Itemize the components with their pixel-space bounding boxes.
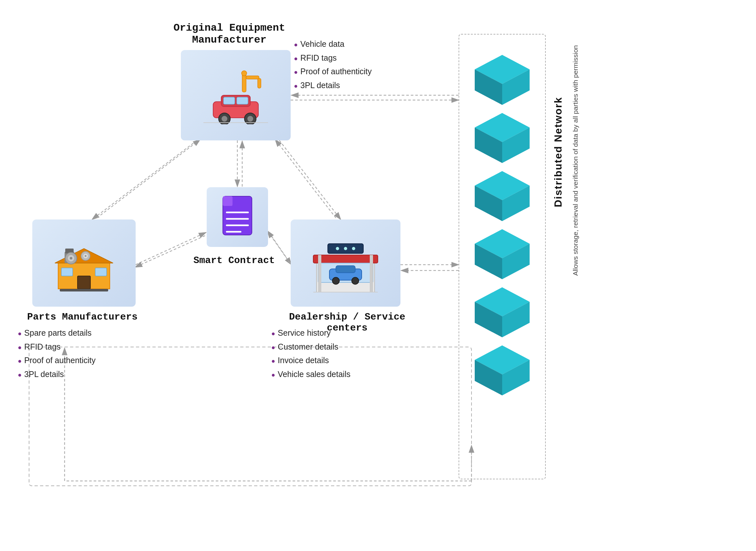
parts-item-3: Proof of authenticity (18, 354, 96, 367)
svg-rect-27 (237, 97, 248, 104)
svg-point-49 (70, 257, 72, 259)
smart-contract-icon (207, 187, 268, 247)
svg-rect-22 (258, 78, 261, 88)
svg-point-58 (332, 277, 339, 285)
svg-rect-26 (224, 97, 235, 104)
svg-rect-21 (246, 76, 259, 79)
svg-point-59 (352, 277, 359, 285)
diagram-container: Original Equipment Manufacturer Vehicle … (0, 0, 756, 551)
node-smart-contract (207, 187, 268, 247)
oem-label: Original Equipment Manufacturer (148, 22, 310, 46)
oem-info-list: Vehicle data RFID tags Proof of authenti… (294, 37, 372, 92)
svg-rect-54 (313, 255, 378, 263)
svg-point-52 (85, 255, 86, 257)
svg-point-64 (344, 247, 347, 250)
svg-point-31 (247, 116, 253, 122)
svg-rect-34 (223, 196, 233, 206)
svg-rect-41 (77, 276, 90, 289)
parts-info-list: Spare parts details RFID tags Proof of a… (18, 326, 96, 381)
smart-contract-label: Smart Contract (184, 255, 284, 266)
svg-point-29 (222, 116, 227, 122)
svg-rect-60 (318, 255, 321, 292)
svg-rect-43 (95, 268, 106, 276)
oem-item-4: 3PL details (294, 78, 372, 92)
cubes-svg (465, 39, 539, 471)
oem-item-1: Vehicle data (294, 37, 372, 51)
dealer-item-1: Service history (271, 326, 350, 340)
svg-line-6 (279, 140, 341, 219)
node-dealer (291, 219, 400, 307)
svg-line-4 (92, 140, 197, 219)
oem-icon (181, 50, 291, 140)
parts-item-4: 3PL details (18, 367, 96, 381)
svg-point-23 (242, 71, 247, 76)
node-oem (181, 50, 291, 140)
parts-item-1: Spare parts details (18, 326, 96, 340)
svg-line-7 (275, 139, 336, 218)
dealer-item-4: Vehicle sales details (271, 367, 350, 381)
svg-rect-61 (370, 255, 373, 292)
svg-rect-46 (60, 289, 108, 292)
dealer-item-2: Customer details (271, 340, 350, 354)
oem-item-2: RFID tags (294, 51, 372, 65)
dealer-info-list: Service history Customer details Invoice… (271, 326, 350, 381)
distributed-network-main-label: Distributed Network (552, 97, 564, 207)
parts-item-2: RFID tags (18, 340, 96, 354)
dealer-item-3: Invoice details (271, 354, 350, 367)
distributed-network-sub-label: Allows storage, retrieval and verificati… (572, 45, 646, 276)
node-parts (32, 219, 136, 307)
parts-label: Parts Manufacturers (18, 312, 147, 323)
oem-item-3: Proof of authenticity (294, 65, 372, 78)
svg-line-5 (97, 139, 200, 218)
dealer-icon (291, 219, 400, 307)
svg-point-63 (336, 247, 339, 250)
parts-icon (32, 219, 136, 307)
svg-rect-57 (336, 265, 355, 273)
svg-point-65 (352, 247, 355, 250)
svg-rect-42 (61, 268, 73, 276)
